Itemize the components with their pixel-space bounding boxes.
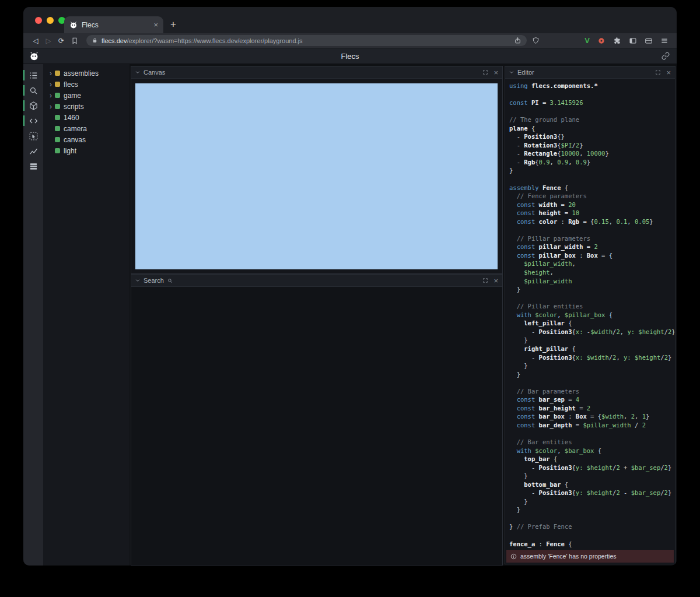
editor-panel: Editor × using flecs.components.* const … — [505, 66, 676, 564]
canvas-panel-body — [131, 79, 502, 273]
code-line: using flecs.components.* — [509, 82, 674, 90]
tabs: Flecs × + — [64, 16, 176, 33]
app-content: ›assemblies›flecs›game›scripts1460camera… — [23, 64, 677, 566]
minimize-window-button[interactable] — [47, 17, 54, 24]
code-line: } — [509, 336, 674, 345]
chevron-down-icon[interactable] — [135, 278, 140, 283]
close-panel-icon[interactable]: × — [666, 69, 671, 76]
close-window-button[interactable] — [35, 17, 42, 24]
chevron-down-icon[interactable] — [135, 70, 140, 75]
tree-item[interactable]: canvas — [43, 134, 130, 145]
chevron-down-icon[interactable] — [509, 70, 514, 75]
search-panel-body[interactable] — [131, 287, 502, 565]
code-line — [509, 175, 674, 184]
menu-hamburger-icon[interactable] — [660, 37, 668, 45]
code-line: fence_a : Fence { — [509, 540, 674, 549]
search-icon[interactable] — [23, 83, 43, 98]
desktop: Flecs × + ◁ ▷ ⟳ flecs.dev/explorer/?wasm… — [0, 0, 700, 597]
tree-view-icon[interactable] — [23, 68, 43, 83]
canvas-panel: Canvas × — [131, 66, 503, 274]
tree-item[interactable]: 1460 — [43, 112, 130, 123]
entity-color-square — [55, 104, 60, 109]
code-line — [509, 107, 674, 116]
extensions-puzzle-icon[interactable] — [613, 37, 621, 45]
tree-item[interactable]: ›assemblies — [43, 68, 130, 79]
code-line: const bar_sep = 4 — [509, 395, 674, 404]
scene-cube-icon[interactable] — [23, 98, 43, 113]
expand-chevron-icon[interactable]: › — [48, 103, 54, 110]
browser-toolbar: ◁ ▷ ⟳ flecs.dev/explorer/?wasm=https://w… — [23, 33, 677, 48]
code-line — [509, 514, 674, 523]
wallet-card-icon[interactable] — [645, 37, 653, 45]
entity-color-square — [55, 93, 60, 98]
code-line: const height = 10 — [509, 209, 674, 217]
code-line: bottom_bar { — [509, 480, 674, 489]
code-line: const pillar_width = 2 — [509, 243, 674, 251]
code-line: // The ground plane — [509, 115, 674, 124]
new-tab-button[interactable]: + — [170, 19, 176, 29]
tree-item[interactable]: ›flecs — [43, 79, 130, 90]
entity-tree: ›assemblies›flecs›game›scripts1460camera… — [43, 64, 130, 566]
page-title: Flecs — [23, 52, 677, 61]
3d-viewport[interactable] — [135, 83, 498, 269]
extensions-area: V — [584, 36, 668, 45]
code-line: const bar_height = 2 — [509, 404, 674, 413]
tab-strip: Flecs × + — [23, 7, 677, 33]
bookmark-icon[interactable] — [71, 37, 79, 45]
back-button[interactable]: ◁ — [29, 37, 42, 45]
inspector-cursor-icon[interactable] — [23, 128, 43, 143]
expand-panel-icon[interactable] — [482, 67, 488, 78]
code-line: } // Prefab Fence — [509, 522, 674, 531]
code-editor-icon[interactable] — [23, 113, 43, 128]
sidebar-toggle-icon[interactable] — [629, 37, 637, 45]
expand-chevron-icon[interactable]: › — [48, 81, 54, 88]
share-link-icon[interactable] — [662, 52, 670, 60]
expand-chevron-icon[interactable]: › — [48, 70, 54, 77]
code-line — [509, 429, 674, 438]
editor-panel-header: Editor × — [505, 66, 675, 79]
shield-icon[interactable] — [532, 37, 540, 44]
code-line: } — [509, 370, 674, 379]
forward-button: ▷ — [42, 37, 55, 45]
code-line: const bar_depth = $pillar_width / 2 — [509, 421, 674, 430]
url-domain: flecs.dev — [102, 37, 127, 44]
code-line: - Position3{x: -$width/2, y: $height/2} — [509, 328, 674, 336]
code-line: plane { — [509, 124, 674, 133]
browser-tab[interactable]: Flecs × — [64, 16, 163, 33]
info-circle-icon — [510, 553, 517, 560]
close-panel-icon[interactable]: × — [494, 69, 498, 76]
entity-color-square — [55, 115, 60, 120]
expand-panel-icon[interactable] — [655, 67, 661, 78]
tree-item[interactable]: ›game — [43, 90, 130, 101]
red-extension-icon[interactable] — [597, 37, 606, 45]
search-panel-header: Search × — [131, 275, 502, 287]
code-line: right_pillar { — [509, 345, 674, 353]
entity-label: light — [64, 147, 76, 155]
expand-panel-icon[interactable] — [482, 275, 488, 286]
address-bar[interactable]: flecs.dev/explorer/?wasm=https://www.fle… — [86, 35, 527, 46]
entity-color-square — [55, 137, 60, 142]
entity-color-square — [55, 82, 60, 87]
tab-close-icon[interactable]: × — [153, 21, 158, 29]
url-text[interactable]: flecs.dev/explorer/?wasm=https://www.fle… — [102, 37, 510, 44]
reload-button[interactable]: ⟳ — [55, 37, 68, 45]
code-line: } — [509, 166, 674, 175]
entity-color-square — [55, 126, 60, 131]
code-line: // Bar entities — [509, 438, 674, 447]
tree-item[interactable]: camera — [43, 123, 130, 134]
browser-window: Flecs × + ◁ ▷ ⟳ flecs.dev/explorer/?wasm… — [23, 7, 677, 566]
queries-list-icon[interactable] — [23, 159, 43, 174]
code-line — [509, 294, 674, 303]
expand-chevron-icon[interactable]: › — [48, 92, 54, 99]
flecs-logo-icon[interactable] — [29, 51, 39, 61]
vimium-extension-icon[interactable]: V — [584, 36, 590, 45]
close-panel-icon[interactable]: × — [494, 277, 498, 285]
tree-item[interactable]: light — [43, 145, 130, 156]
tab-title: Flecs — [82, 21, 149, 29]
editor-code[interactable]: using flecs.components.* const PI = 3.14… — [509, 82, 674, 548]
code-line — [509, 90, 674, 99]
tree-item[interactable]: ›scripts — [43, 101, 130, 112]
stats-chart-icon[interactable] — [23, 143, 43, 159]
share-icon[interactable] — [514, 37, 522, 44]
entity-label: assemblies — [64, 69, 99, 78]
